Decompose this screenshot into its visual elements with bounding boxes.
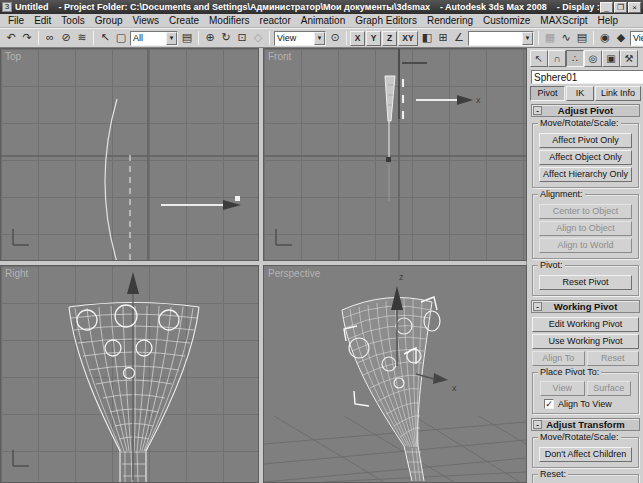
affect-pivot-only-button[interactable]: Affect Pivot Only [539, 133, 632, 148]
adjust-pivot-rollout-header[interactable]: - Adjust Pivot [531, 104, 640, 117]
viewport-top-canvas[interactable] [1, 49, 258, 260]
axis-label-z: z [399, 272, 404, 282]
title-display-driver: - Display : Direct 3D [557, 2, 600, 12]
select-by-name-icon[interactable]: ▤ [179, 30, 195, 46]
viewport-perspective[interactable]: Perspective [263, 265, 527, 483]
display-tab-icon[interactable]: ▣ [602, 50, 620, 67]
menu-tools[interactable]: Tools [56, 15, 89, 26]
dont-affect-children-button[interactable]: Don't Affect Children [539, 447, 632, 462]
adjust-transform-rollout-header[interactable]: - Adjust Transform [531, 418, 640, 431]
axis-x-button[interactable]: X [350, 31, 365, 46]
reset-button[interactable]: Reset [587, 351, 640, 366]
align-to-view-checkbox[interactable]: ✓ [544, 399, 554, 409]
layer-manager-icon[interactable]: ▦ [542, 30, 558, 46]
center-to-object-button[interactable]: Center to Object [539, 204, 632, 219]
axis-xy-button[interactable]: XY [398, 31, 418, 46]
edit-working-pivot-button[interactable]: Edit Working Pivot [532, 317, 639, 332]
render-setup-icon[interactable]: ◆ [613, 30, 629, 46]
affect-object-only-button[interactable]: Affect Object Only [539, 150, 632, 165]
viewport-top[interactable]: Top [0, 48, 259, 261]
viewport-front[interactable]: Front [263, 48, 527, 261]
close-button[interactable]: × [628, 2, 641, 13]
menu-create[interactable]: Create [164, 15, 204, 26]
material-editor-icon[interactable]: ◉ [597, 30, 613, 46]
ik-mode-button[interactable]: IK [566, 86, 594, 101]
select-and-manipulate-icon[interactable]: ◇ [250, 30, 266, 46]
redo-icon[interactable]: ↷ [19, 30, 35, 46]
link-info-mode-button[interactable]: Link Info [595, 86, 641, 101]
working-pivot-rollout-header[interactable]: - Working Pivot [531, 300, 640, 313]
align-to-world-button[interactable]: Align to World [539, 238, 632, 253]
up-arrow-gizmo[interactable] [127, 272, 139, 294]
surface-button[interactable]: Surface [587, 381, 632, 396]
restore-button[interactable]: ❐ [614, 2, 627, 13]
gizmo-handle[interactable] [235, 196, 240, 201]
utilities-tab-icon[interactable]: ⚒ [620, 50, 638, 67]
menu-reactor[interactable]: reactor [255, 15, 296, 26]
modify-tab-icon[interactable]: ∩ [548, 50, 566, 67]
selection-filter-dropdown[interactable]: All ▼ [130, 31, 178, 46]
create-tab-icon[interactable]: ↖ [530, 50, 548, 67]
collapse-icon[interactable]: - [533, 420, 542, 429]
named-selection-sets-dropdown[interactable]: ▼ [468, 31, 534, 46]
axis-z-button[interactable]: Z [382, 31, 397, 46]
rectangular-selection-region-icon[interactable]: ▢ [113, 30, 129, 46]
collapse-icon[interactable]: - [533, 106, 542, 115]
render-type-dropdown[interactable]: View ▼ [630, 31, 643, 46]
viewport-front-canvas[interactable]: x [264, 49, 526, 260]
view-button[interactable]: View [540, 381, 585, 396]
menu-views[interactable]: Views [128, 15, 165, 26]
menu-file[interactable]: File [3, 15, 29, 26]
viewport-right[interactable]: Right [0, 265, 259, 483]
axis-y-button[interactable]: Y [366, 31, 381, 46]
menu-animation[interactable]: Animation [296, 15, 350, 26]
menu-graph-editors[interactable]: Graph Editors [350, 15, 422, 26]
bind-to-space-warp-icon[interactable]: ≋ [74, 30, 90, 46]
select-object-icon[interactable]: ↖ [97, 30, 113, 46]
motion-tab-icon[interactable]: ◎ [584, 50, 602, 67]
schematic-view-icon[interactable]: ▤ [574, 30, 590, 46]
mirror-icon[interactable]: ◧ [419, 30, 435, 46]
align-icon[interactable]: ⊞ [435, 30, 451, 46]
menu-maxscript[interactable]: MAXScript [535, 15, 592, 26]
hierarchy-tab-icon[interactable]: ∴ [566, 50, 584, 67]
viewport-right-label[interactable]: Right [5, 268, 28, 279]
axis-label-x: x [452, 383, 457, 393]
funnel-surface[interactable] [342, 298, 432, 482]
object-name-input[interactable] [531, 70, 643, 84]
viewport-right-canvas[interactable] [1, 266, 258, 482]
select-and-rotate-icon[interactable]: ↻ [218, 30, 234, 46]
move-gizmo-arrowhead[interactable] [457, 95, 473, 105]
menu-group[interactable]: Group [90, 15, 128, 26]
sphere-edge-on-mesh[interactable] [385, 76, 395, 121]
menu-edit[interactable]: Edit [29, 15, 56, 26]
menu-rendering[interactable]: Rendering [422, 15, 478, 26]
align-to-view-button[interactable]: Align To View [532, 351, 585, 366]
pivot-mode-button[interactable]: Pivot [530, 86, 565, 101]
minimize-button[interactable]: _ [600, 2, 613, 13]
menu-help[interactable]: Help [593, 15, 624, 26]
viewport-perspective-canvas[interactable]: z x [264, 266, 526, 482]
select-and-link-icon[interactable]: ∞ [42, 30, 58, 46]
move-gizmo-x-arrow[interactable] [433, 373, 448, 384]
unlink-selection-icon[interactable]: ⊘ [58, 30, 74, 46]
curve-editor-icon[interactable]: ∿ [558, 30, 574, 46]
affect-hierarchy-only-button[interactable]: Affect Hierarchy Only [539, 167, 632, 182]
viewport-top-label[interactable]: Top [5, 51, 21, 62]
select-and-scale-icon[interactable]: ⊡ [234, 30, 250, 46]
undo-icon[interactable]: ↶ [3, 30, 19, 46]
menu-modifiers[interactable]: Modifiers [204, 15, 255, 26]
menu-customize[interactable]: Customize [478, 15, 535, 26]
use-pivot-center-icon[interactable]: ⊙ [327, 30, 343, 46]
viewport-perspective-label[interactable]: Perspective [268, 268, 320, 279]
viewport-front-label[interactable]: Front [268, 51, 291, 62]
use-working-pivot-button[interactable]: Use Working Pivot [532, 334, 639, 349]
funnel-mesh-wireframe[interactable] [71, 306, 197, 482]
snaps-toggle-icon[interactable]: ∠ [451, 30, 467, 46]
align-to-object-button[interactable]: Align to Object [539, 221, 632, 236]
move-gizmo-arrowhead[interactable] [223, 200, 241, 210]
reference-coordinate-system-dropdown[interactable]: View ▼ [274, 31, 326, 46]
select-and-move-icon[interactable]: ⊕ [202, 30, 218, 46]
reset-pivot-button[interactable]: Reset Pivot [539, 275, 632, 290]
collapse-icon[interactable]: - [533, 302, 542, 311]
